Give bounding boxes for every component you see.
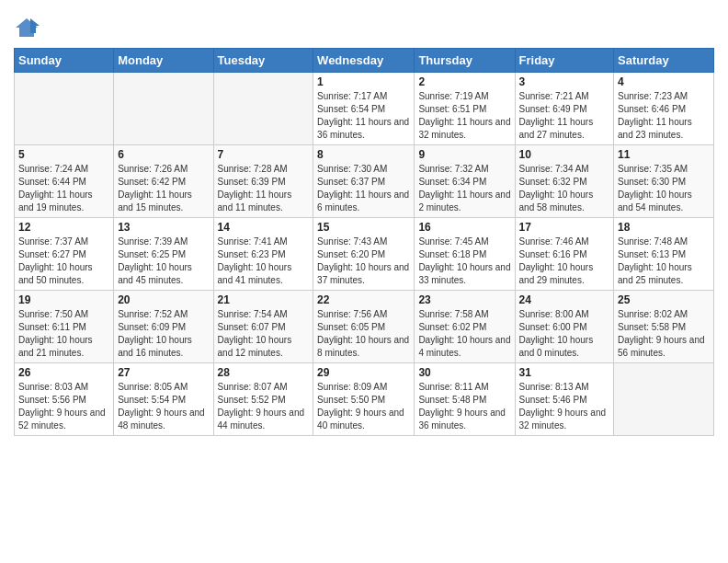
day-number: 12	[18, 221, 109, 234]
day-number: 28	[218, 366, 310, 379]
day-number: 9	[418, 148, 510, 161]
day-number: 11	[618, 148, 710, 161]
day-info: Sunrise: 7:54 AM Sunset: 6:07 PM Dayligh…	[218, 308, 310, 360]
day-info: Sunrise: 7:58 AM Sunset: 6:02 PM Dayligh…	[418, 308, 510, 360]
day-cell: 26Sunrise: 8:03 AM Sunset: 5:56 PM Dayli…	[15, 363, 114, 436]
day-cell: 21Sunrise: 7:54 AM Sunset: 6:07 PM Dayli…	[213, 291, 313, 363]
day-cell: 18Sunrise: 7:48 AM Sunset: 6:13 PM Dayli…	[614, 218, 714, 291]
day-info: Sunrise: 7:52 AM Sunset: 6:09 PM Dayligh…	[118, 308, 209, 360]
day-cell	[15, 73, 114, 145]
day-number: 6	[118, 148, 209, 161]
day-number: 29	[317, 366, 410, 379]
day-info: Sunrise: 7:39 AM Sunset: 6:25 PM Dayligh…	[118, 236, 209, 287]
calendar-table: SundayMondayTuesdayWednesdayThursdayFrid…	[14, 48, 714, 436]
day-info: Sunrise: 7:37 AM Sunset: 6:27 PM Dayligh…	[18, 236, 109, 287]
day-number: 20	[118, 293, 209, 306]
day-cell: 6Sunrise: 7:26 AM Sunset: 6:42 PM Daylig…	[114, 145, 213, 218]
day-info: Sunrise: 7:28 AM Sunset: 6:39 PM Dayligh…	[218, 163, 310, 214]
day-info: Sunrise: 7:50 AM Sunset: 6:11 PM Dayligh…	[18, 308, 109, 360]
day-info: Sunrise: 7:43 AM Sunset: 6:20 PM Dayligh…	[317, 236, 410, 287]
day-cell: 16Sunrise: 7:45 AM Sunset: 6:18 PM Dayli…	[415, 218, 515, 291]
day-cell: 8Sunrise: 7:30 AM Sunset: 6:37 PM Daylig…	[313, 145, 415, 218]
day-number: 16	[418, 221, 510, 234]
day-cell: 14Sunrise: 7:41 AM Sunset: 6:23 PM Dayli…	[213, 218, 313, 291]
day-info: Sunrise: 7:26 AM Sunset: 6:42 PM Dayligh…	[118, 163, 209, 214]
col-header-sunday: Sunday	[15, 49, 114, 73]
logo	[14, 13, 43, 40]
col-header-monday: Monday	[114, 49, 213, 73]
day-cell: 24Sunrise: 8:00 AM Sunset: 6:00 PM Dayli…	[515, 291, 614, 363]
day-cell: 20Sunrise: 7:52 AM Sunset: 6:09 PM Dayli…	[114, 291, 213, 363]
day-number: 21	[218, 293, 310, 306]
week-row-3: 12Sunrise: 7:37 AM Sunset: 6:27 PM Dayli…	[15, 218, 714, 291]
day-info: Sunrise: 7:17 AM Sunset: 6:54 PM Dayligh…	[317, 90, 410, 142]
day-info: Sunrise: 7:41 AM Sunset: 6:23 PM Dayligh…	[218, 236, 310, 287]
day-cell: 11Sunrise: 7:35 AM Sunset: 6:30 PM Dayli…	[614, 145, 714, 218]
day-cell	[614, 363, 714, 436]
day-number: 2	[418, 75, 510, 88]
day-number: 17	[519, 221, 610, 234]
day-number: 30	[418, 366, 510, 379]
week-row-2: 5Sunrise: 7:24 AM Sunset: 6:44 PM Daylig…	[15, 145, 714, 218]
day-cell: 19Sunrise: 7:50 AM Sunset: 6:11 PM Dayli…	[15, 291, 114, 363]
day-cell: 15Sunrise: 7:43 AM Sunset: 6:20 PM Dayli…	[313, 218, 415, 291]
day-info: Sunrise: 8:07 AM Sunset: 5:52 PM Dayligh…	[218, 381, 310, 432]
day-info: Sunrise: 7:19 AM Sunset: 6:51 PM Dayligh…	[418, 90, 510, 142]
day-info: Sunrise: 8:05 AM Sunset: 5:54 PM Dayligh…	[118, 381, 209, 432]
day-number: 15	[317, 221, 410, 234]
day-number: 8	[317, 148, 410, 161]
day-info: Sunrise: 8:03 AM Sunset: 5:56 PM Dayligh…	[18, 381, 109, 432]
day-cell: 25Sunrise: 8:02 AM Sunset: 5:58 PM Dayli…	[614, 291, 714, 363]
day-cell: 4Sunrise: 7:23 AM Sunset: 6:46 PM Daylig…	[614, 73, 714, 145]
day-info: Sunrise: 8:09 AM Sunset: 5:50 PM Dayligh…	[317, 381, 410, 432]
col-header-tuesday: Tuesday	[213, 49, 313, 73]
day-cell: 2Sunrise: 7:19 AM Sunset: 6:51 PM Daylig…	[415, 73, 515, 145]
day-cell: 7Sunrise: 7:28 AM Sunset: 6:39 PM Daylig…	[213, 145, 313, 218]
day-info: Sunrise: 7:21 AM Sunset: 6:49 PM Dayligh…	[519, 90, 610, 142]
day-info: Sunrise: 7:32 AM Sunset: 6:34 PM Dayligh…	[418, 163, 510, 214]
day-number: 5	[18, 148, 109, 161]
day-number: 1	[317, 75, 410, 88]
day-cell: 1Sunrise: 7:17 AM Sunset: 6:54 PM Daylig…	[313, 73, 415, 145]
day-number: 25	[618, 293, 710, 306]
day-cell: 12Sunrise: 7:37 AM Sunset: 6:27 PM Dayli…	[15, 218, 114, 291]
day-info: Sunrise: 7:23 AM Sunset: 6:46 PM Dayligh…	[618, 90, 710, 142]
day-cell: 9Sunrise: 7:32 AM Sunset: 6:34 PM Daylig…	[415, 145, 515, 218]
day-number: 13	[118, 221, 209, 234]
day-number: 22	[317, 293, 410, 306]
day-info: Sunrise: 8:02 AM Sunset: 5:58 PM Dayligh…	[618, 308, 710, 360]
day-number: 4	[618, 75, 710, 88]
day-cell: 22Sunrise: 7:56 AM Sunset: 6:05 PM Dayli…	[313, 291, 415, 363]
col-header-friday: Friday	[515, 49, 614, 73]
day-cell	[213, 73, 313, 145]
day-info: Sunrise: 7:48 AM Sunset: 6:13 PM Dayligh…	[618, 236, 710, 287]
day-cell: 10Sunrise: 7:34 AM Sunset: 6:32 PM Dayli…	[515, 145, 614, 218]
day-cell: 17Sunrise: 7:46 AM Sunset: 6:16 PM Dayli…	[515, 218, 614, 291]
day-number: 24	[519, 293, 610, 306]
day-number: 27	[118, 366, 209, 379]
day-number: 10	[519, 148, 610, 161]
day-number: 23	[418, 293, 510, 306]
week-row-5: 26Sunrise: 8:03 AM Sunset: 5:56 PM Dayli…	[15, 363, 714, 436]
day-number: 3	[519, 75, 610, 88]
week-row-4: 19Sunrise: 7:50 AM Sunset: 6:11 PM Dayli…	[15, 291, 714, 363]
week-row-1: 1Sunrise: 7:17 AM Sunset: 6:54 PM Daylig…	[15, 73, 714, 145]
day-cell: 23Sunrise: 7:58 AM Sunset: 6:02 PM Dayli…	[415, 291, 515, 363]
header	[14, 9, 714, 40]
day-info: Sunrise: 7:56 AM Sunset: 6:05 PM Dayligh…	[317, 308, 410, 360]
day-info: Sunrise: 8:00 AM Sunset: 6:00 PM Dayligh…	[519, 308, 610, 360]
day-number: 7	[218, 148, 310, 161]
day-info: Sunrise: 7:34 AM Sunset: 6:32 PM Dayligh…	[519, 163, 610, 214]
day-info: Sunrise: 7:35 AM Sunset: 6:30 PM Dayligh…	[618, 163, 710, 214]
day-cell	[114, 73, 213, 145]
day-number: 31	[519, 366, 610, 379]
day-info: Sunrise: 8:11 AM Sunset: 5:48 PM Dayligh…	[418, 381, 510, 432]
day-cell: 27Sunrise: 8:05 AM Sunset: 5:54 PM Dayli…	[114, 363, 213, 436]
day-info: Sunrise: 7:30 AM Sunset: 6:37 PM Dayligh…	[317, 163, 410, 214]
day-cell: 5Sunrise: 7:24 AM Sunset: 6:44 PM Daylig…	[15, 145, 114, 218]
day-info: Sunrise: 8:13 AM Sunset: 5:46 PM Dayligh…	[519, 381, 610, 432]
day-number: 26	[18, 366, 109, 379]
col-header-thursday: Thursday	[415, 49, 515, 73]
day-cell: 13Sunrise: 7:39 AM Sunset: 6:25 PM Dayli…	[114, 218, 213, 291]
day-cell: 29Sunrise: 8:09 AM Sunset: 5:50 PM Dayli…	[313, 363, 415, 436]
